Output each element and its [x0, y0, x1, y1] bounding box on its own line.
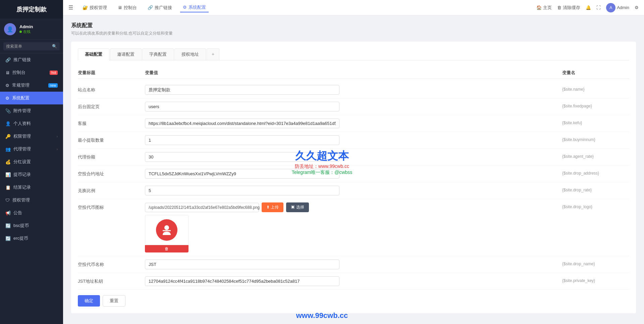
- row-varname-drop-address: {$site.drop_address}: [562, 169, 629, 176]
- table-row: 兑换比例 {$site.drop_rate}: [78, 182, 629, 199]
- upload-button[interactable]: ⬆ 上传: [262, 202, 283, 212]
- control-icon: 🖥: [5, 70, 10, 75]
- input-drop-rate[interactable]: [145, 186, 339, 195]
- sidebar-item-control[interactable]: 🖥控制台 hot: [0, 66, 63, 79]
- table-row: JST地址私钥 {$site.private_key}: [78, 273, 629, 290]
- hamburger-icon[interactable]: ☰: [68, 4, 73, 11]
- row-varname-fixed-page: {$site.fixedpage}: [562, 102, 629, 108]
- sidebar-item-withdraw[interactable]: 📊提币记录: [0, 168, 63, 181]
- sidebar-item-dividend[interactable]: 💰分红设置: [0, 155, 63, 168]
- action-buttons: 确定 重置: [78, 295, 629, 307]
- sidebar-item-general[interactable]: ⚙常规管理 new: [0, 79, 63, 92]
- auth-nav-icon: 🔐: [83, 5, 88, 10]
- auth-icon: 🛡: [5, 198, 10, 203]
- chevron-right-icon2: ›: [57, 147, 58, 151]
- notification-button[interactable]: 🔔: [586, 5, 591, 10]
- table-row: 空投合约地址 {$site.drop_address}: [78, 166, 629, 182]
- row-value-site-name: [145, 85, 562, 95]
- admin-avatar: A: [606, 3, 615, 12]
- row-varname-agent-rate: {$site.agent_rate}: [562, 152, 629, 159]
- username: Admin: [19, 24, 33, 29]
- row-label-kefu: 客服: [78, 119, 145, 127]
- input-site-name[interactable]: [145, 85, 339, 95]
- col-varname: 变量名: [562, 70, 629, 76]
- tab-invite[interactable]: 邀请配置: [110, 48, 142, 60]
- topnav-control[interactable]: 🖥 控制台: [115, 3, 140, 12]
- file-upload-row: /uploads/20220512/14f1a33cd2af16e67e802a…: [145, 202, 562, 212]
- admin-user-button[interactable]: A Admin: [606, 3, 629, 12]
- tab-basic[interactable]: 基础配置: [78, 48, 109, 60]
- search-icon: 🔍: [52, 44, 57, 49]
- bsc-icon: 🔄: [5, 223, 11, 228]
- col-label: 变量标题: [78, 70, 145, 76]
- select-button[interactable]: ▣ 选择: [286, 202, 309, 212]
- row-label-drop-address: 空投合约地址: [78, 169, 145, 177]
- input-buyminnum[interactable]: [145, 135, 339, 145]
- table-row: 代理份额 {$site.agent_rate}: [78, 149, 629, 166]
- sidebar-item-erc[interactable]: 🔄erc提币: [0, 232, 63, 245]
- tab-dict[interactable]: 字典配置: [142, 48, 174, 60]
- config-table: 变量标题 变量值 变量名 站点名称 {$site.name} 后台固定页: [78, 67, 629, 290]
- gear-icon: ⚙: [635, 5, 639, 10]
- confirm-button[interactable]: 确定: [78, 295, 100, 307]
- main-content: ☰ 🔐 授权管理 🖥 控制台 🔗 推广链接 ⚙ 系统配置: [63, 0, 644, 324]
- sidebar-user: 👤 Admin 在线: [0, 19, 63, 40]
- row-value-kefu: [145, 119, 562, 128]
- agent-icon: 👥: [5, 147, 11, 152]
- table-row: 客服 {$site.kefu}: [78, 115, 629, 132]
- row-varname-kefu: {$site.kefu}: [562, 119, 629, 125]
- table-row: 最小提取数量 {$site.buyminnum}: [78, 132, 629, 149]
- page-header: 系统配置 可以在此填改系统的变量和分组,也可以自定义分组和变量: [71, 22, 636, 36]
- sidebar-search-wrap: 🔍: [0, 40, 63, 53]
- sidebar-item-announce[interactable]: 📢公告: [0, 206, 63, 219]
- topnav-auth[interactable]: 🔐 授权管理: [80, 3, 110, 12]
- row-value-drop-rate: [145, 186, 562, 195]
- clear-cache-button[interactable]: 🗑 清除缓存: [557, 5, 580, 11]
- input-private-key[interactable]: [145, 276, 339, 286]
- topnav-sysconfig[interactable]: ⚙ 系统配置: [180, 3, 209, 12]
- row-varname-drop-logo: {$site.drop_logo}: [562, 202, 629, 209]
- sidebar-item-settlement[interactable]: 📋结算记录: [0, 181, 63, 194]
- topnav-promote[interactable]: 🔗 推广链接: [145, 3, 175, 12]
- row-label-private-key: JST地址私钥: [78, 276, 145, 284]
- table-row: 空投代币名称 {$site.drop_name}: [78, 256, 629, 273]
- config-tabs: 基础配置 邀请配置 字典配置 授权地址 +: [78, 48, 629, 60]
- home-link[interactable]: 🏠 主页: [536, 5, 552, 11]
- sidebar-item-profile[interactable]: 👤个人资料: [0, 117, 63, 130]
- bell-icon: 🔔: [586, 5, 591, 10]
- row-varname-drop-rate: {$site.drop_rate}: [562, 186, 629, 192]
- erc-icon: 🔄: [5, 236, 11, 241]
- row-value-buyminnum: [145, 135, 562, 145]
- sidebar-item-attachment[interactable]: 📎附件管理: [0, 104, 63, 117]
- row-label-drop-name: 空投代币名称: [78, 260, 145, 268]
- input-fixed-page[interactable]: [145, 102, 339, 111]
- tab-auth-addr[interactable]: 授权地址: [174, 48, 206, 60]
- input-kefu[interactable]: [145, 119, 339, 128]
- input-agent-rate[interactable]: [145, 152, 339, 162]
- sidebar-item-agent[interactable]: 👥代理管理 ›: [0, 143, 63, 155]
- row-varname-private-key: {$site.private_key}: [562, 276, 629, 283]
- input-drop-name[interactable]: [145, 260, 339, 269]
- image-delete-button[interactable]: 🗑: [145, 245, 189, 252]
- reset-button[interactable]: 重置: [103, 295, 125, 307]
- sidebar-item-sysconfig[interactable]: ⚙系统配置: [0, 92, 63, 104]
- sidebar: 质押定制款 👤 Admin 在线 🔍 🔗推广链接 🖥控制台 hot ⚙常规管理 …: [0, 0, 63, 324]
- input-drop-address[interactable]: [145, 169, 339, 179]
- tab-add-button[interactable]: +: [207, 48, 219, 60]
- sidebar-item-promote[interactable]: 🔗推广链接: [0, 53, 63, 66]
- topnav-right: 🏠 主页 🗑 清除缓存 🔔 ⛶ A Admin ⚙: [536, 3, 639, 12]
- sysconfig-icon: ⚙: [5, 96, 9, 101]
- sidebar-item-permission[interactable]: 🔑权限管理 ›: [0, 130, 63, 143]
- attachment-icon: 📎: [5, 108, 11, 113]
- search-input[interactable]: [3, 42, 60, 50]
- svg-point-0: [164, 225, 169, 230]
- settings-button[interactable]: ⚙: [635, 5, 639, 10]
- row-label-drop-rate: 兑换比例: [78, 186, 145, 194]
- row-value-private-key: [145, 276, 562, 286]
- sidebar-item-auth[interactable]: 🛡授权管理: [0, 194, 63, 206]
- sidebar-item-bsc[interactable]: 🔄bsc提币: [0, 219, 63, 232]
- fullscreen-button[interactable]: ⛶: [596, 5, 601, 10]
- row-label-buyminnum: 最小提取数量: [78, 135, 145, 143]
- row-label-drop-logo: 空投代币图标: [78, 202, 145, 211]
- sidebar-logo: 质押定制款: [0, 0, 63, 19]
